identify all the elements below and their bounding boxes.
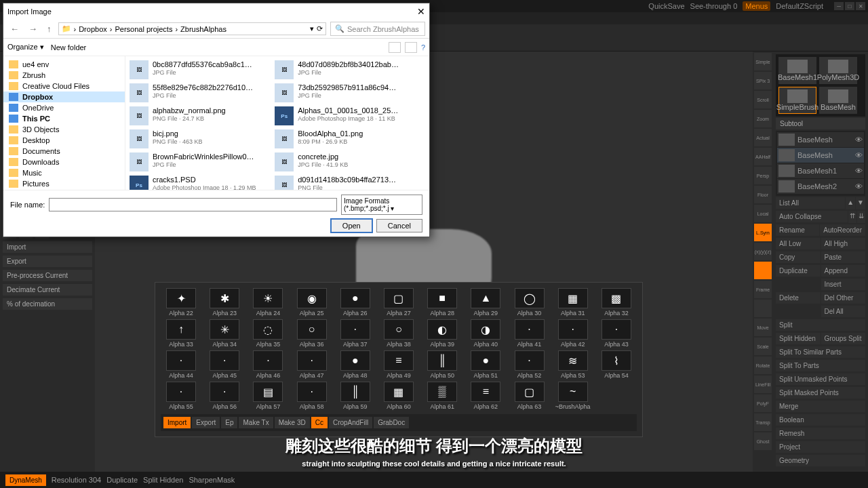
delother-button[interactable]: Del Other bbox=[821, 292, 866, 304]
tree-item[interactable]: Documents bbox=[3, 146, 125, 157]
rtool-Scroll[interactable]: Scroll bbox=[754, 91, 772, 108]
refresh-icon[interactable]: ⟳ bbox=[317, 24, 323, 33]
search-input[interactable]: 🔍 Search ZbrushAlphas bbox=[330, 22, 425, 36]
eye-icon[interactable]: 👁 bbox=[855, 167, 863, 175]
file-item[interactable]: 🖼d091d1418b3c09b4ffa27135d36c71 a3.pngPN… bbox=[273, 174, 416, 190]
alpha-item[interactable]: ✦Alpha 22 bbox=[161, 288, 201, 317]
subtool-item[interactable]: BaseMesh👁 bbox=[777, 132, 864, 147]
alpha-item[interactable]: ≋Alpha 53 bbox=[553, 350, 593, 379]
alpha-item[interactable]: ▦Alpha 31 bbox=[553, 288, 593, 317]
sharpen-bottom[interactable]: SharpenMask bbox=[189, 476, 235, 484]
list-all-button[interactable]: List All bbox=[776, 197, 845, 209]
alpha-item[interactable]: ⌇Alpha 54 bbox=[596, 350, 637, 379]
rtool-Actual[interactable]: Actual bbox=[754, 129, 772, 146]
splitsimilar-button[interactable]: Split To Similar Parts bbox=[776, 346, 865, 358]
minimize-icon[interactable]: ─ bbox=[834, 2, 844, 10]
arrow-up2-icon[interactable]: ⇈ bbox=[848, 211, 856, 223]
file-item[interactable]: 🖼55f8e829e76c882b2276d102c048e02 0--blen… bbox=[128, 82, 271, 104]
alpha-item[interactable]: ●Alpha 51 bbox=[465, 350, 506, 379]
alpha-maketx-button[interactable]: Make Tx bbox=[239, 417, 273, 428]
append-button[interactable]: Append bbox=[821, 265, 866, 277]
alpha-item[interactable]: ~~BrushAlpha bbox=[553, 382, 593, 410]
alpha-item[interactable]: ·Alpha 56 bbox=[204, 382, 245, 410]
splithidden-button[interactable]: Split Hidden bbox=[776, 333, 821, 344]
rtool-AAHalf[interactable]: AAHalf bbox=[754, 148, 772, 165]
subtool-header[interactable]: Subtool bbox=[776, 118, 865, 129]
alpha-item[interactable]: ✱Alpha 23 bbox=[204, 288, 245, 317]
tree-item[interactable]: 3D Objects bbox=[3, 124, 125, 135]
rtool-icon[interactable] bbox=[754, 262, 772, 279]
rtool-PolyF[interactable]: PolyF bbox=[754, 394, 772, 412]
project-button[interactable]: Project bbox=[776, 441, 865, 453]
tree-item[interactable]: This PC bbox=[3, 113, 125, 124]
paste-button[interactable]: Paste bbox=[821, 251, 866, 263]
quicksave[interactable]: QuickSave bbox=[648, 2, 684, 10]
alpha-item[interactable]: ·Alpha 55 bbox=[161, 382, 201, 410]
insert-button[interactable]: Insert bbox=[821, 279, 866, 290]
eye-icon[interactable]: 👁 bbox=[855, 136, 863, 144]
alpha-grabdoc-button[interactable]: GrabDoc bbox=[374, 417, 409, 428]
alpha-cc-button[interactable]: Cc bbox=[311, 417, 328, 428]
file-filter-dropdown[interactable]: Image Formats (*.bmp;*.psd;*.j ▾ bbox=[341, 195, 422, 215]
maximize-icon[interactable]: □ bbox=[845, 2, 854, 10]
alpha-item[interactable]: ·Alpha 47 bbox=[292, 350, 332, 379]
subtool-item[interactable]: BaseMesh2👁 bbox=[777, 179, 864, 194]
allhigh-button[interactable]: All High bbox=[821, 238, 866, 249]
rtool-Persp[interactable]: Persp bbox=[754, 167, 772, 184]
dialog-close-icon[interactable]: ✕ bbox=[417, 6, 425, 17]
alpha-export-button[interactable]: Export bbox=[192, 417, 220, 428]
split-header[interactable]: Split bbox=[776, 319, 865, 331]
nav-back-icon[interactable]: ← bbox=[7, 22, 22, 35]
tree-item[interactable]: Music bbox=[3, 167, 125, 178]
alpha-item[interactable]: ●Alpha 26 bbox=[335, 288, 376, 317]
rtool-Move[interactable]: Move bbox=[754, 319, 772, 336]
file-item[interactable]: 🖼BloodAlpha_01.png8:09 PM · 26.9 KB bbox=[273, 128, 416, 150]
file-list[interactable]: 🖼0bc8877dfd55376cab9a8c1d975769 6a--d-te… bbox=[125, 56, 429, 190]
rename-button[interactable]: Rename bbox=[776, 224, 819, 236]
duplicate-bottom[interactable]: Duplicate bbox=[106, 476, 138, 484]
tree-item[interactable]: Desktop bbox=[3, 135, 125, 146]
help-icon[interactable]: ? bbox=[421, 43, 425, 52]
newfolder-button[interactable]: New folder bbox=[51, 43, 87, 52]
rtool-LineFill[interactable]: LineFill bbox=[754, 375, 772, 393]
alpha-item[interactable]: ○Alpha 38 bbox=[378, 319, 419, 348]
arrow-up-icon[interactable]: ▲ bbox=[846, 197, 855, 209]
pct-decimation[interactable]: % of decimation bbox=[3, 298, 92, 310]
cancel-button[interactable]: Cancel bbox=[376, 219, 422, 232]
splitparts-button[interactable]: Split To Parts bbox=[776, 360, 865, 371]
tool-thumb[interactable]: SimpleBrush bbox=[778, 87, 816, 114]
alpha-item[interactable]: ·Alpha 46 bbox=[248, 350, 288, 379]
rtool-SPix 3[interactable]: SPix 3 bbox=[754, 72, 772, 89]
alpha-item[interactable]: ◐Alpha 39 bbox=[422, 319, 462, 348]
alpha-cropfill-button[interactable]: CropAndFill bbox=[329, 417, 372, 428]
alpha-item[interactable]: ▩Alpha 32 bbox=[596, 288, 637, 317]
rtool-Scale[interactable]: Scale bbox=[754, 338, 772, 355]
alpha-ep-button[interactable]: Ep bbox=[221, 417, 237, 428]
alpha-item[interactable]: ·Alpha 44 bbox=[161, 350, 201, 379]
copy-button[interactable]: Copy bbox=[776, 251, 821, 263]
alpha-import-button[interactable]: Import bbox=[163, 417, 191, 428]
alpha-item[interactable]: ✳Alpha 34 bbox=[204, 319, 245, 348]
delete-button[interactable]: Delete bbox=[776, 292, 821, 304]
rtool-Rotate[interactable]: Rotate bbox=[754, 357, 772, 374]
splitmasked-button[interactable]: Split Masked Points bbox=[776, 387, 865, 399]
alllow-button[interactable]: All Low bbox=[776, 238, 821, 249]
file-item[interactable]: 🖼bicj.pngPNG File · 463 KB bbox=[128, 128, 271, 150]
breadcrumb[interactable]: 📁 ›Dropbox ›Personal projects ›ZbrushAlp… bbox=[58, 22, 327, 35]
file-item[interactable]: 🖼73db25929857b911a86c9425f02263e e--scul… bbox=[273, 82, 416, 104]
alpha-item[interactable]: ↑Alpha 33 bbox=[161, 319, 201, 348]
autoreorder-button[interactable]: AutoReorder bbox=[820, 224, 865, 236]
decimate-button[interactable]: Decimate Current bbox=[3, 284, 92, 296]
alpha-item[interactable]: ·Alpha 41 bbox=[509, 319, 549, 348]
subtool-item[interactable]: BaseMesh1👁 bbox=[777, 163, 864, 178]
view-mode-icon[interactable] bbox=[389, 42, 401, 53]
alpha-item[interactable]: ·Alpha 52 bbox=[509, 350, 549, 379]
tree-item[interactable]: Zbrush bbox=[3, 70, 125, 81]
alpha-item[interactable]: ·Alpha 43 bbox=[596, 319, 637, 348]
alpha-item[interactable]: ▲Alpha 29 bbox=[465, 288, 506, 317]
tree-item[interactable]: Dropbox bbox=[3, 92, 125, 102]
alpha-item[interactable]: ■Alpha 28 bbox=[422, 288, 462, 317]
boolean-button[interactable]: Boolean bbox=[776, 414, 865, 426]
default-zscript[interactable]: DefaultZScript bbox=[776, 2, 823, 10]
nav-fwd-icon[interactable]: → bbox=[26, 22, 40, 35]
